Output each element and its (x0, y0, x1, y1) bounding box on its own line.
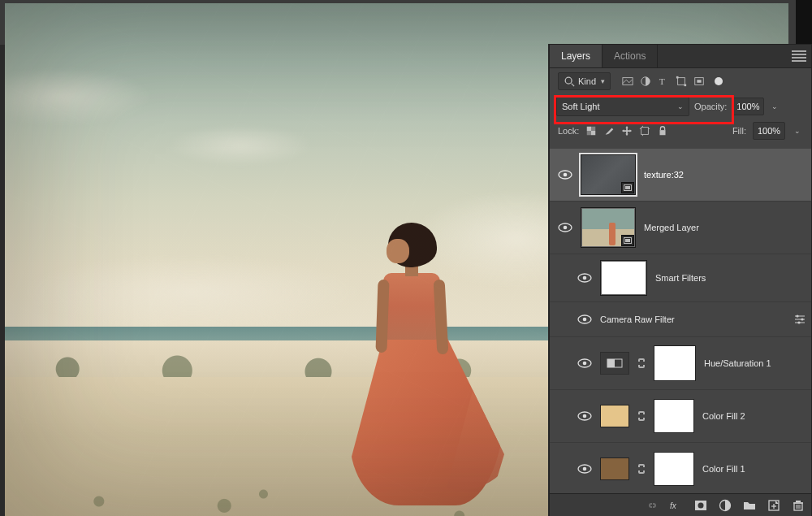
svg-point-21 (564, 173, 568, 177)
layer-fx-icon[interactable]: fx (670, 499, 683, 512)
lock-transparency-icon[interactable] (585, 125, 597, 137)
visibility-toggle[interactable] (577, 463, 592, 475)
svg-rect-7 (685, 85, 687, 87)
visibility-toggle[interactable] (577, 358, 592, 369)
smart-object-badge-icon (621, 235, 634, 246)
svg-point-31 (583, 318, 587, 322)
tab-layers[interactable]: Layers (550, 45, 603, 67)
layer-name[interactable]: Color Fill 1 (702, 464, 745, 474)
search-icon (564, 76, 575, 87)
layer-row-color-fill-2[interactable]: Color Fill 2 (550, 390, 811, 443)
layer-row-hue-sat[interactable]: Hue/Saturation 1 (550, 337, 811, 390)
svg-point-45 (583, 467, 587, 471)
filter-kind-label: Kind (578, 76, 596, 86)
layer-row-texture[interactable]: texture:32 (550, 149, 811, 202)
filter-pixel-icon[interactable] (622, 76, 633, 87)
layer-name[interactable]: Color Fill 2 (702, 411, 745, 421)
mask-link-icon[interactable] (637, 358, 646, 369)
layer-row-merged[interactable]: Merged Layer (550, 202, 811, 254)
svg-text:T: T (659, 76, 665, 86)
svg-text:fx: fx (670, 501, 677, 510)
app-root: Layers Actions Kind ▾ T Soft Light (0, 0, 812, 516)
filter-kind-select[interactable]: Kind ▾ (558, 72, 611, 90)
opacity-label: Opacity: (694, 102, 727, 111)
lock-label: Lock: (558, 126, 579, 136)
layer-name[interactable]: Merged Layer (644, 223, 699, 232)
svg-line-1 (572, 84, 575, 87)
visibility-toggle[interactable] (558, 222, 572, 233)
add-mask-icon[interactable] (694, 499, 707, 512)
layer-name[interactable]: Hue/Saturation 1 (704, 358, 771, 368)
lock-move-icon[interactable] (621, 125, 633, 137)
new-group-icon[interactable] (743, 499, 756, 512)
svg-rect-14 (641, 128, 649, 135)
filter-mask-thumbnail[interactable] (600, 260, 647, 296)
fill-flyout-icon[interactable]: ⌄ (792, 123, 803, 139)
svg-point-25 (564, 226, 568, 230)
filter-toggle-icon[interactable] (715, 77, 723, 85)
color-swatch[interactable] (600, 457, 629, 480)
visibility-toggle[interactable] (558, 169, 572, 180)
svg-rect-12 (591, 127, 595, 131)
filter-type-icon[interactable]: T (658, 76, 669, 87)
layer-row-smart-filters[interactable]: Smart Filters (550, 254, 811, 302)
panel-footer: fx (550, 493, 811, 516)
svg-point-0 (565, 77, 572, 84)
new-adjustment-icon[interactable] (719, 499, 732, 512)
svg-point-29 (583, 276, 587, 280)
layer-mask-thumbnail[interactable] (654, 452, 694, 486)
visibility-toggle[interactable] (577, 272, 592, 284)
cloud (167, 125, 313, 166)
layer-name[interactable]: Camera Raw Filter (600, 314, 675, 324)
mask-link-icon[interactable] (637, 410, 646, 422)
workspace-edge (796, 0, 812, 45)
layers-list[interactable]: texture:32 Merged Layer Smart Filt (550, 145, 811, 494)
fill-label: Fill: (732, 126, 746, 136)
svg-point-48 (698, 503, 704, 509)
svg-point-39 (583, 362, 587, 366)
filter-shape-icon[interactable] (676, 76, 687, 87)
fill-input[interactable]: 100% (753, 122, 785, 140)
lock-all-icon[interactable] (657, 125, 668, 137)
svg-point-36 (801, 318, 803, 320)
svg-rect-13 (587, 131, 591, 135)
filter-smartobject-icon[interactable] (693, 76, 705, 87)
lock-artboard-icon[interactable] (639, 125, 650, 137)
blend-opacity-row: Soft Light ⌄ Opacity: 100% ⌄ (550, 94, 811, 119)
adjustment-icon[interactable] (600, 352, 629, 375)
layer-thumbnail[interactable] (581, 207, 636, 248)
new-layer-icon[interactable] (767, 499, 780, 512)
delete-layer-icon[interactable] (792, 499, 805, 512)
link-layers-icon[interactable] (646, 499, 659, 512)
layer-name[interactable]: Smart Filters (655, 273, 706, 283)
chevron-down-icon: ▾ (601, 77, 605, 85)
svg-rect-6 (676, 76, 679, 79)
blend-mode-value: Soft Light (562, 102, 599, 111)
opacity-flyout-icon[interactable]: ⌄ (769, 98, 780, 115)
svg-rect-9 (697, 80, 701, 83)
tab-actions[interactable]: Actions (603, 45, 658, 67)
visibility-toggle[interactable] (577, 314, 592, 325)
color-swatch[interactable] (600, 405, 629, 427)
filter-adjustment-icon[interactable] (640, 76, 651, 87)
blend-mode-select[interactable]: Soft Light ⌄ (556, 97, 689, 116)
svg-rect-27 (625, 239, 630, 242)
filter-settings-icon[interactable] (793, 314, 806, 325)
layer-row-color-fill-1[interactable]: Color Fill 1 (550, 443, 811, 494)
chevron-down-icon: ⌄ (677, 102, 684, 111)
layer-mask-thumbnail[interactable] (654, 399, 694, 433)
layer-thumbnail[interactable] (581, 154, 636, 195)
svg-rect-10 (587, 127, 591, 131)
svg-rect-23 (625, 186, 630, 189)
layer-mask-thumbnail[interactable] (654, 345, 696, 381)
layers-panel: Layers Actions Kind ▾ T Soft Light (549, 44, 812, 516)
svg-rect-41 (607, 359, 615, 367)
visibility-toggle[interactable] (577, 410, 592, 422)
opacity-input[interactable]: 100% (732, 98, 764, 115)
mask-link-icon[interactable] (637, 463, 646, 475)
layer-row-camera-raw-filter[interactable]: Camera Raw Filter (550, 302, 811, 337)
layer-name[interactable]: texture:32 (644, 170, 684, 180)
lock-brush-icon[interactable] (603, 125, 615, 137)
svg-rect-19 (660, 130, 666, 135)
panel-menu-icon[interactable] (792, 50, 806, 62)
